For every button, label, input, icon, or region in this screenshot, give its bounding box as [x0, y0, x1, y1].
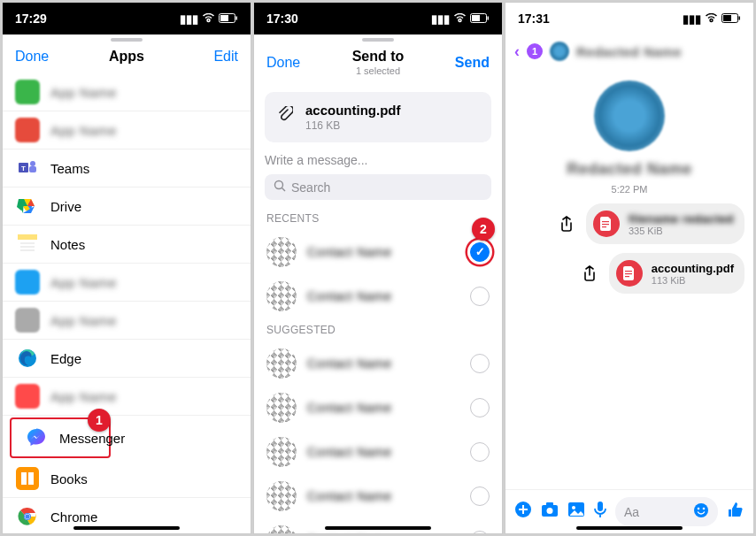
add-button[interactable] [514, 501, 532, 523]
app-label: Chrome [50, 509, 97, 525]
svg-rect-1 [220, 15, 228, 21]
edit-button[interactable]: Edit [194, 49, 238, 65]
contact-avatar [266, 281, 297, 311]
contact-row[interactable]: Contact Name [254, 386, 502, 430]
share-icon[interactable] [577, 261, 602, 286]
recipients-list[interactable]: RECENTSContact Name2Contact NameSUGGESTE… [254, 207, 502, 533]
contact-name-large: Redacted Name [567, 160, 692, 179]
select-radio[interactable] [470, 486, 490, 506]
file-bubble[interactable]: filename redacted335 KiB [586, 203, 744, 244]
like-icon[interactable] [727, 501, 744, 523]
app-row-redacted[interactable]: App Name [3, 73, 251, 111]
svg-rect-43 [602, 226, 606, 227]
app-label: Drive [50, 199, 81, 214]
file-icon [593, 211, 620, 237]
app-label: Books [50, 471, 88, 486]
attachment-filesize: 116 KB [305, 119, 401, 132]
done-button[interactable]: Done [266, 55, 311, 71]
message-input[interactable]: Write a message... [265, 153, 491, 167]
contact-row[interactable]: Contact Name2 [254, 230, 502, 274]
contact-row[interactable]: Contact Name [254, 430, 502, 474]
search-icon [274, 180, 286, 195]
contact-name: Contact Name [307, 445, 459, 459]
edge-icon [15, 346, 40, 371]
svg-rect-25 [16, 467, 39, 490]
share-icon[interactable] [554, 211, 579, 236]
section-header: SUGGESTED [254, 318, 502, 341]
file-bubble[interactable]: accounting.pdf113 KiB [609, 253, 744, 294]
gallery-icon[interactable] [567, 502, 585, 522]
contact-name: Contact Name [307, 401, 459, 415]
svg-point-36 [275, 181, 283, 189]
select-radio[interactable] [470, 242, 490, 262]
app-label: Messenger [59, 431, 125, 446]
app-row-teams[interactable]: TTeams [3, 149, 251, 188]
app-icon [15, 80, 40, 104]
sheet-grabber[interactable] [254, 34, 502, 43]
app-row-redacted[interactable]: App Name [3, 378, 251, 416]
chat-header: ‹ 1 Redacted Name [505, 34, 753, 68]
send-button[interactable]: Send [445, 55, 490, 71]
select-radio[interactable] [470, 354, 490, 373]
app-row-redacted[interactable]: App Name [3, 264, 251, 302]
messenger-icon [24, 425, 49, 450]
select-radio[interactable] [470, 398, 490, 417]
contact-name-header[interactable]: Redacted Name [576, 44, 682, 59]
select-radio[interactable] [470, 287, 490, 306]
wifi-icon [453, 12, 467, 26]
contact-row[interactable]: Contact Name [254, 474, 502, 518]
svg-rect-7 [29, 166, 36, 172]
svg-rect-26 [21, 472, 27, 485]
svg-rect-45 [625, 273, 632, 274]
svg-line-37 [282, 188, 286, 192]
contact-avatar [266, 525, 297, 533]
contact-avatar-small[interactable] [550, 42, 569, 61]
send-to-screen: 17:30 ▮▮▮ Done Send to 1 selected Send [253, 2, 503, 534]
svg-point-55 [698, 508, 700, 510]
attachment-filename: accounting.pdf [305, 103, 401, 118]
contact-row[interactable]: Contact Name [254, 341, 502, 386]
app-row-drive[interactable]: Drive [3, 188, 251, 226]
svg-point-54 [694, 503, 708, 517]
contact-avatar [266, 437, 297, 467]
contact-avatar-large[interactable] [594, 80, 665, 151]
app-row-messenger[interactable]: Messenger1 [10, 417, 111, 458]
select-radio[interactable] [470, 531, 490, 533]
home-indicator[interactable] [325, 526, 431, 530]
contact-avatar [266, 237, 297, 267]
battery-icon [470, 12, 490, 26]
camera-icon[interactable] [541, 502, 559, 522]
svg-point-52 [572, 506, 575, 509]
emoji-icon[interactable] [693, 502, 709, 521]
app-row-edge[interactable]: Edge [3, 340, 251, 378]
svg-rect-34 [472, 15, 480, 21]
apps-list[interactable]: App NameApp NameTTeamsDriveNotesApp Name… [3, 73, 251, 533]
app-label: App Name [50, 313, 117, 328]
message-row: filename redacted335 KiB [514, 203, 744, 244]
app-row-notes[interactable]: Notes [3, 226, 251, 264]
mic-icon[interactable] [594, 501, 606, 523]
app-row-books[interactable]: Books [3, 460, 251, 498]
share-sheet-apps-screen: 17:29 ▮▮▮ Done Apps Edit App NameApp Nam… [2, 2, 251, 534]
svg-point-6 [30, 161, 35, 166]
svg-rect-41 [602, 221, 609, 222]
svg-rect-39 [723, 15, 731, 21]
search-placeholder: Search [291, 180, 330, 195]
back-button[interactable]: ‹ [514, 42, 520, 61]
books-icon [15, 466, 40, 491]
done-button[interactable]: Done [15, 49, 59, 65]
app-row-redacted[interactable]: App Name [3, 302, 251, 340]
sheet-grabber[interactable] [3, 34, 251, 43]
teams-icon: T [15, 156, 40, 180]
home-indicator[interactable] [73, 526, 180, 530]
app-icon [15, 308, 40, 333]
composer-placeholder: Aa [624, 505, 639, 519]
search-field[interactable]: Search [265, 174, 491, 200]
app-row-redacted[interactable]: App Name [3, 111, 251, 149]
contact-row[interactable]: Contact Name [254, 274, 502, 318]
svg-rect-46 [625, 276, 629, 277]
home-indicator[interactable] [576, 526, 683, 530]
message-input[interactable]: Aa [615, 497, 718, 526]
drive-icon [15, 194, 40, 218]
select-radio[interactable] [470, 442, 490, 462]
